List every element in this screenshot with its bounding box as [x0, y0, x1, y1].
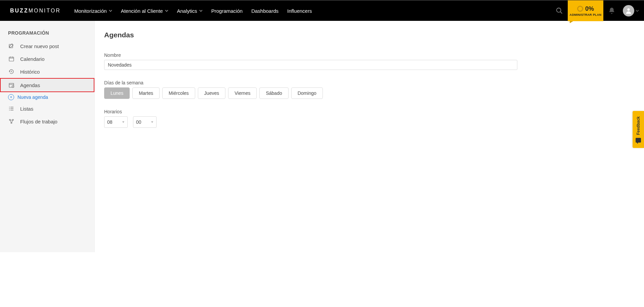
nav-label: Analytics — [177, 8, 197, 14]
sidebar: PROGRAMACIÓN Crear nuevo post Calendario… — [0, 21, 95, 252]
logo[interactable]: BUZZMONITOR — [7, 8, 61, 14]
svg-point-17 — [9, 108, 10, 109]
bell-icon[interactable] — [603, 0, 620, 21]
days-section: Días de la semana Lunes Martes Miércoles… — [104, 80, 638, 99]
plan-percent: 0% — [585, 5, 594, 12]
nav-analytics[interactable]: Analytics — [177, 8, 203, 14]
plan-label: ADMINISTRAR PLAN — [570, 13, 602, 16]
sidebar-item-label: Nueva agenda — [17, 94, 48, 100]
list-icon — [8, 106, 15, 112]
sidebar-item-new-post[interactable]: Crear nuevo post — [0, 40, 94, 52]
svg-point-19 — [9, 119, 10, 120]
agenda-icon — [8, 82, 15, 88]
search-icon[interactable] — [551, 0, 568, 21]
user-menu[interactable] — [620, 0, 644, 21]
caret-down-icon — [122, 121, 125, 123]
layout: PROGRAMACIÓN Crear nuevo post Calendario… — [0, 21, 644, 252]
chevron-down-icon — [636, 9, 639, 12]
chevron-down-icon — [199, 9, 203, 12]
topbar: BUZZMONITOR Monitorización Atención al C… — [0, 0, 644, 21]
calendar-icon — [8, 56, 15, 62]
svg-point-21 — [11, 122, 12, 123]
nav-influencers[interactable]: Influencers — [287, 8, 312, 14]
workflow-icon — [8, 118, 15, 124]
nav-label: Programación — [211, 8, 243, 14]
sidebar-item-label: Calendario — [20, 56, 45, 62]
feedback-label: Feedback — [636, 116, 641, 135]
nav-label: Dashboards — [251, 8, 278, 14]
topbar-right: 0% ADMINISTRAR PLAN — [551, 0, 644, 21]
history-icon — [8, 69, 15, 75]
main-content: Agendas Nombre Días de la semana Lunes M… — [95, 21, 644, 252]
svg-rect-6 — [9, 57, 14, 61]
svg-point-18 — [9, 110, 10, 111]
sidebar-item-label: Listas — [20, 106, 33, 112]
name-input[interactable] — [104, 60, 517, 70]
sidebar-item-label: Histórico — [20, 69, 40, 75]
sidebar-item-label: Agendas — [20, 82, 40, 88]
day-domingo[interactable]: Domingo — [291, 87, 323, 99]
day-miercoles[interactable]: Miércoles — [162, 87, 195, 99]
sidebar-item-label: Crear nuevo post — [20, 43, 59, 49]
days-row: Lunes Martes Miércoles Jueves Viernes Sá… — [104, 87, 638, 99]
sidebar-item-history[interactable]: Histórico — [0, 65, 94, 78]
hours-section: Horarios 08 00 — [104, 109, 638, 128]
svg-point-4 — [627, 8, 630, 11]
logo-text: BUZZMONITOR — [10, 8, 61, 14]
day-lunes[interactable]: Lunes — [104, 87, 130, 99]
day-martes[interactable]: Martes — [132, 87, 160, 99]
name-section: Nombre — [104, 52, 638, 70]
svg-line-3 — [560, 12, 562, 14]
nav-label: Atención al Cliente — [121, 8, 163, 14]
name-label: Nombre — [104, 52, 638, 58]
plan-badge[interactable]: 0% ADMINISTRAR PLAN — [568, 0, 603, 21]
topnav: Monitorización Atención al Cliente Analy… — [74, 8, 312, 14]
sidebar-item-lists[interactable]: Listas — [0, 102, 94, 115]
nav-programacion[interactable]: Programación — [211, 8, 243, 14]
plus-circle-icon: + — [8, 94, 14, 100]
caret-down-icon — [151, 121, 154, 123]
hour-value: 08 — [107, 119, 113, 125]
hour-select[interactable]: 08 — [104, 116, 128, 128]
minute-value: 00 — [136, 119, 141, 125]
svg-point-20 — [12, 119, 13, 120]
sidebar-item-new-agenda[interactable]: + Nueva agenda — [0, 92, 94, 102]
sidebar-item-calendar[interactable]: Calendario — [0, 52, 94, 65]
avatar-icon — [623, 5, 634, 16]
nav-dashboards[interactable]: Dashboards — [251, 8, 278, 14]
minute-select[interactable]: 00 — [133, 116, 157, 128]
sidebar-item-workflows[interactable]: Flujos de trabajo — [0, 115, 94, 128]
nav-atencion-cliente[interactable]: Atención al Cliente — [121, 8, 168, 14]
chevron-down-icon — [109, 9, 112, 12]
feedback-tab[interactable]: Feedback — [633, 111, 644, 148]
time-row: 08 00 — [104, 116, 638, 128]
day-viernes[interactable]: Viernes — [228, 87, 257, 99]
chat-icon — [636, 138, 641, 143]
sidebar-title: PROGRAMACIÓN — [0, 30, 94, 40]
compose-icon — [8, 43, 15, 49]
days-label: Días de la semana — [104, 80, 638, 85]
day-sabado[interactable]: Sábado — [259, 87, 288, 99]
svg-point-2 — [557, 8, 561, 12]
hours-label: Horarios — [104, 109, 638, 114]
nav-monitorizacion[interactable]: Monitorización — [74, 8, 112, 14]
svg-point-16 — [9, 107, 10, 108]
progress-ring-icon — [577, 6, 583, 12]
footer-spacer: Guardar agenda — [104, 138, 638, 242]
day-jueves[interactable]: Jueves — [198, 87, 225, 99]
page-title: Agendas — [104, 31, 638, 39]
sidebar-item-agendas[interactable]: Agendas — [0, 78, 94, 92]
nav-label: Monitorización — [74, 8, 107, 14]
chevron-down-icon — [165, 9, 168, 12]
nav-label: Influencers — [287, 8, 312, 14]
sidebar-item-label: Flujos de trabajo — [20, 119, 57, 124]
